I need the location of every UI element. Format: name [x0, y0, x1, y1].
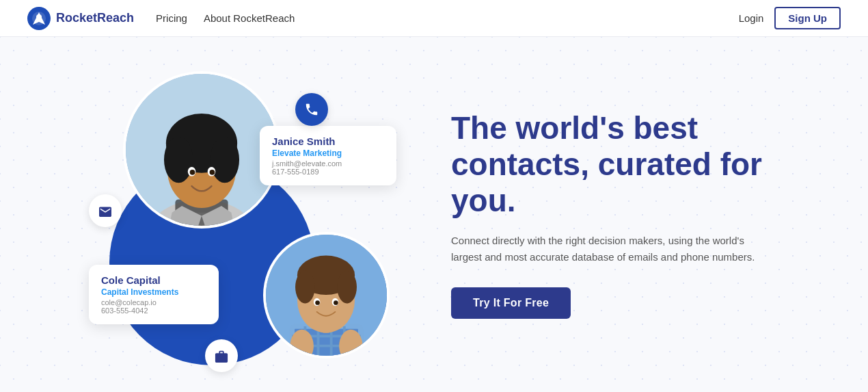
- email-bubble: [89, 194, 122, 227]
- card1-phone: 617-555-0189: [272, 168, 384, 176]
- card2-email: cole@colecap.io: [101, 298, 206, 306]
- briefcase-icon: [214, 349, 229, 363]
- navbar: RocketReach Pricing About RocketReach Lo…: [0, 0, 868, 37]
- svg-point-32: [295, 270, 315, 303]
- signup-button[interactable]: Sign Up: [774, 7, 841, 29]
- hero-headline: The world's best contacts, curated for y…: [451, 110, 813, 219]
- svg-point-2: [36, 14, 42, 20]
- contact-card-cole: Cole Capital Capital Investments cole@co…: [89, 265, 219, 324]
- card1-name: Janice Smith: [272, 135, 384, 147]
- hero-illustration: Janice Smith Elevate Marketing j.smith@e…: [82, 51, 410, 379]
- card2-phone: 603-555-4042: [101, 306, 206, 315]
- nav-links: Pricing About RocketReach: [156, 12, 739, 24]
- login-button[interactable]: Login: [739, 12, 764, 24]
- nav-link-about[interactable]: About RocketReach: [204, 12, 295, 24]
- briefcase-bubble: [205, 339, 238, 372]
- contact-card-janice: Janice Smith Elevate Marketing j.smith@e…: [260, 126, 396, 185]
- person-1-svg: [126, 74, 277, 226]
- svg-point-33: [337, 270, 357, 303]
- person-circle-1: [123, 71, 280, 228]
- card2-name: Cole Capital: [101, 274, 206, 286]
- card1-company: Elevate Marketing: [272, 148, 384, 158]
- phone-icon: [304, 102, 319, 117]
- hero-text: The world's best contacts, curated for y…: [451, 110, 813, 319]
- phone-bubble: [295, 93, 328, 126]
- card2-company: Capital Investments: [101, 287, 206, 297]
- hero-subtext: Connect directly with the right decision…: [451, 233, 765, 265]
- logo-link[interactable]: RocketReach: [27, 7, 134, 30]
- card1-email: j.smith@elevate.com: [272, 159, 384, 168]
- svg-point-36: [315, 300, 320, 305]
- hero-section: Janice Smith Elevate Marketing j.smith@e…: [0, 37, 868, 392]
- svg-point-10: [164, 136, 193, 183]
- svg-point-11: [211, 136, 239, 183]
- person-circle-2: [263, 232, 390, 358]
- email-icon: [98, 205, 113, 217]
- svg-point-15: [210, 169, 215, 174]
- nav-link-pricing[interactable]: Pricing: [156, 12, 187, 24]
- person-2-svg: [266, 235, 387, 356]
- nav-actions: Login Sign Up: [739, 7, 841, 29]
- svg-point-37: [334, 300, 338, 305]
- logo-icon: [27, 7, 51, 30]
- svg-point-14: [190, 169, 195, 174]
- brand-name: RocketReach: [56, 11, 134, 25]
- cta-button[interactable]: Try It For Free: [451, 287, 571, 319]
